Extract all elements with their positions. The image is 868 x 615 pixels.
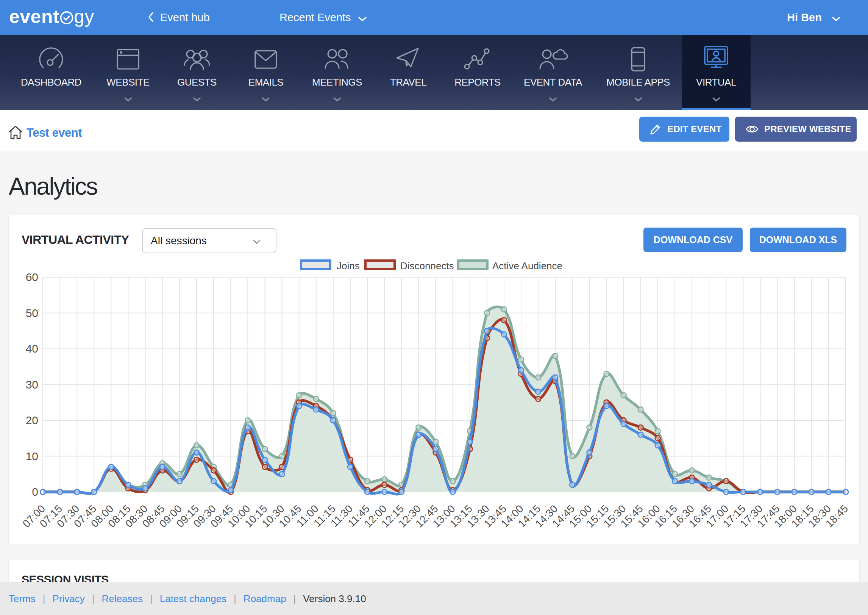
svg-text:20: 20 (26, 414, 38, 426)
svg-text:60: 60 (26, 271, 38, 283)
svg-text:50: 50 (26, 307, 38, 319)
svg-text:40: 40 (26, 342, 38, 355)
svg-text:0: 0 (32, 485, 38, 498)
svg-text:30: 30 (26, 378, 38, 391)
svg-text:10: 10 (26, 450, 38, 462)
